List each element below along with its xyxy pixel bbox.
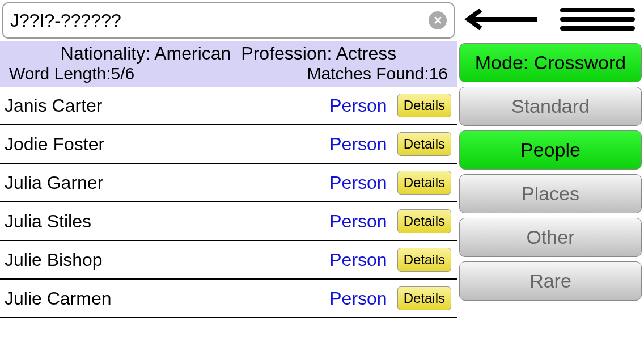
rare-button[interactable]: Rare: [459, 261, 642, 301]
list-item[interactable]: Julie Bishop Person Details: [0, 241, 457, 280]
nationality-filter: Nationality: American: [61, 43, 231, 64]
mode-button[interactable]: Mode: Crossword: [459, 43, 642, 82]
clear-search-icon[interactable]: ✕: [429, 11, 447, 29]
details-button[interactable]: Details: [397, 248, 451, 272]
result-name: Julie Bishop: [5, 250, 324, 271]
result-type: Person: [329, 95, 387, 116]
back-arrow-icon[interactable]: [464, 8, 543, 33]
list-item[interactable]: Julia Garner Person Details: [0, 164, 457, 202]
menu-icon[interactable]: [558, 6, 637, 35]
result-name: Julie Carmen: [5, 288, 324, 309]
result-type: Person: [329, 250, 387, 271]
profession-filter: Profession: Actress: [241, 43, 396, 64]
list-item[interactable]: Janis Carter Person Details: [0, 87, 457, 125]
svg-rect-2: [560, 17, 635, 22]
list-item[interactable]: Jodie Foster Person Details: [0, 125, 457, 164]
details-button[interactable]: Details: [397, 132, 451, 156]
details-button[interactable]: Details: [397, 94, 451, 117]
result-name: Jodie Foster: [5, 134, 324, 155]
result-type: Person: [329, 134, 387, 155]
search-box[interactable]: ✕: [2, 2, 455, 39]
result-type: Person: [329, 288, 387, 309]
svg-rect-3: [560, 26, 635, 31]
filters-panel: Nationality: American Profession: Actres…: [0, 41, 457, 87]
list-item[interactable]: Julie Carmen Person Details: [0, 280, 457, 318]
results-list: Janis Carter Person Details Jodie Foster…: [0, 87, 457, 363]
result-name: Janis Carter: [5, 95, 324, 116]
people-button[interactable]: People: [459, 130, 642, 170]
result-type: Person: [329, 211, 387, 232]
places-button[interactable]: Places: [459, 174, 642, 213]
details-button[interactable]: Details: [397, 171, 451, 195]
details-button[interactable]: Details: [397, 286, 451, 310]
result-name: Julia Stiles: [5, 211, 324, 232]
word-length-label: Word Length:5/6: [9, 64, 134, 83]
details-button[interactable]: Details: [397, 209, 451, 233]
result-type: Person: [329, 172, 387, 193]
other-button[interactable]: Other: [459, 218, 642, 257]
search-input[interactable]: [10, 10, 429, 31]
matches-found-label: Matches Found:16: [307, 64, 448, 83]
list-item[interactable]: Julia Stiles Person Details: [0, 202, 457, 241]
svg-rect-1: [560, 8, 635, 12]
standard-button[interactable]: Standard: [459, 87, 642, 126]
result-name: Julia Garner: [5, 172, 324, 193]
